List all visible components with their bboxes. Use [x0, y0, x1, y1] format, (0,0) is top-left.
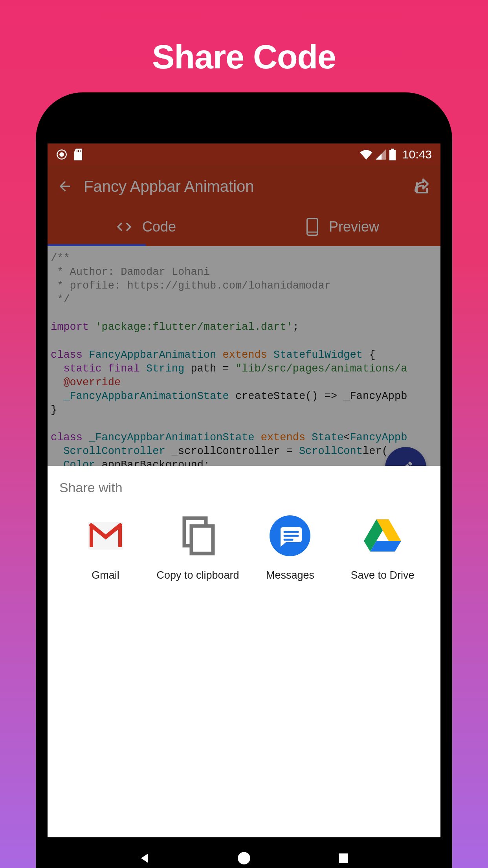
share-item-gmail[interactable]: Gmail	[62, 514, 149, 581]
code-classname: FancyAppbarAnimation	[89, 349, 216, 361]
code-type: ScrollController	[63, 445, 165, 457]
nav-back-button[interactable]	[135, 849, 154, 868]
square-recent-icon	[337, 852, 350, 864]
svg-rect-13	[191, 526, 213, 554]
code-punct: <	[343, 432, 350, 443]
share-grid: Gmail Copy to clipboard	[59, 514, 429, 581]
messages-icon	[269, 514, 312, 557]
code-text: createState() => _FancyAppb	[229, 390, 407, 402]
drive-icon	[361, 514, 404, 557]
share-item-label: Copy to clipboard	[156, 569, 239, 581]
code-string: "lib/src/pages/animations/a	[235, 363, 407, 375]
code-keyword: final	[108, 363, 140, 375]
share-item-messages[interactable]: Messages	[247, 514, 334, 581]
code-classname: State	[312, 432, 343, 443]
nav-home-button[interactable]	[235, 849, 253, 868]
svg-rect-7	[307, 219, 318, 235]
gmail-icon	[84, 514, 127, 557]
circle-home-icon	[237, 851, 251, 866]
code-annotation: @override	[63, 377, 121, 388]
promo-title: Share Code	[152, 37, 336, 76]
svg-rect-6	[389, 150, 396, 160]
code-punct: ;	[293, 321, 299, 333]
circle-icon	[56, 149, 67, 160]
svg-rect-5	[391, 149, 394, 150]
code-keyword: extends	[222, 349, 267, 361]
code-comment: /**	[51, 252, 70, 264]
code-type: String	[146, 363, 184, 375]
share-sheet: Share with Gmail	[48, 466, 440, 837]
code-keyword: class	[51, 349, 83, 361]
share-item-clipboard[interactable]: Copy to clipboard	[155, 514, 241, 581]
code-type: ScrollCont	[299, 445, 363, 457]
nav-bar	[48, 837, 440, 868]
code-classname: FancyAppb	[350, 432, 407, 443]
phone-frame: 10:43 Fancy Appbar Animation Code Previe…	[36, 92, 452, 868]
tab-code-label: Code	[142, 219, 176, 235]
back-button[interactable]	[57, 178, 73, 194]
code-area[interactable]: /** * Author: Damodar Lohani * profile: …	[48, 246, 440, 466]
share-sheet-title: Share with	[59, 480, 429, 495]
share-item-label: Messages	[266, 569, 314, 581]
svg-rect-19	[339, 853, 348, 863]
svg-rect-4	[80, 150, 81, 152]
code-punct: {	[363, 349, 375, 361]
code-keyword: extends	[261, 432, 305, 443]
phone-screen: 10:43 Fancy Appbar Animation Code Previe…	[48, 143, 440, 868]
code-classname: _FancyAppbarAnimationState	[63, 390, 229, 402]
code-type: Color	[63, 459, 95, 466]
battery-icon	[389, 149, 396, 160]
share-item-label: Save to Drive	[350, 569, 414, 581]
code-keyword: static	[63, 363, 101, 375]
code-classname: StatefulWidget	[273, 349, 363, 361]
status-bar: 10:43	[48, 143, 440, 165]
tab-preview-label: Preview	[329, 219, 379, 235]
clipboard-icon	[176, 514, 220, 557]
app-title: Fancy Appbar Animation	[84, 178, 401, 195]
code-text: ler(	[363, 445, 388, 457]
tab-preview[interactable]: Preview	[244, 208, 440, 246]
code-string: 'package:flutter/material.dart'	[95, 321, 292, 333]
code-keyword: class	[51, 432, 83, 443]
code-keyword: import	[51, 321, 89, 333]
sd-card-icon	[74, 149, 84, 160]
code-comment: */	[51, 294, 70, 305]
tabs: Code Preview	[48, 208, 440, 246]
code-text: path =	[184, 363, 235, 375]
preview-icon	[305, 217, 319, 236]
code-icon	[116, 218, 133, 235]
arrow-back-icon	[57, 178, 73, 194]
triangle-back-icon	[138, 851, 152, 865]
share-item-drive[interactable]: Save to Drive	[339, 514, 426, 581]
signal-icon	[376, 149, 386, 160]
code-punct: }	[51, 404, 57, 416]
code-classname: _FancyAppbarAnimationState	[89, 432, 254, 443]
share-button[interactable]	[412, 177, 431, 196]
share-item-label: Gmail	[92, 569, 119, 581]
code-text: _scrollController =	[165, 445, 299, 457]
svg-rect-10	[90, 524, 93, 547]
tab-code[interactable]: Code	[48, 208, 244, 246]
svg-rect-3	[78, 150, 79, 152]
nav-recent-button[interactable]	[334, 849, 353, 868]
svg-point-18	[238, 852, 250, 864]
svg-rect-2	[77, 150, 77, 152]
status-time: 10:43	[402, 148, 432, 161]
code-comment: * Author: Damodar Lohani	[51, 266, 210, 278]
app-bar: Fancy Appbar Animation	[48, 165, 440, 208]
svg-rect-11	[118, 524, 122, 547]
code-text: appBarBackground;	[95, 459, 210, 466]
svg-point-1	[59, 152, 64, 157]
wifi-icon	[360, 149, 372, 160]
code-comment: * profile: https://github.com/lohanidamo…	[51, 280, 331, 292]
share-icon	[412, 177, 431, 196]
